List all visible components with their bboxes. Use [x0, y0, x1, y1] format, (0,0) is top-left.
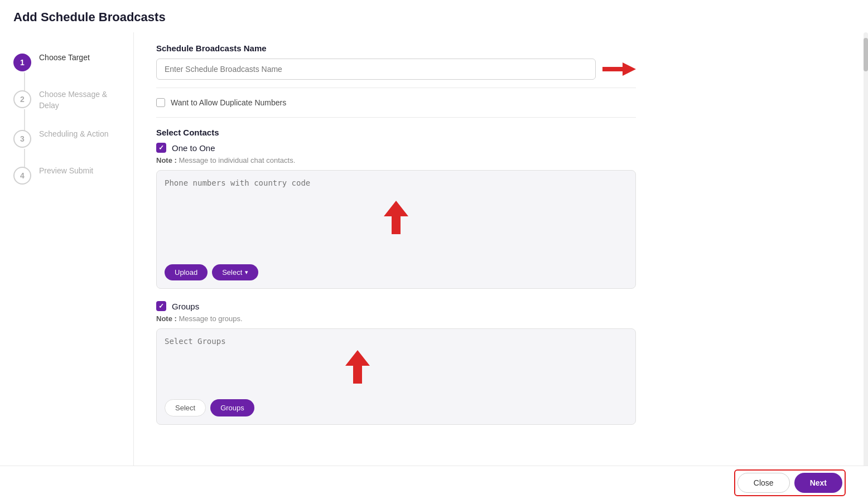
groups-actions: Select Groups: [165, 399, 628, 416]
divider-1: [156, 88, 636, 88]
next-button[interactable]: Next: [794, 473, 842, 493]
step-3[interactable]: 3 Scheduling & Action: [0, 120, 133, 157]
step-1-circle: 1: [13, 54, 31, 71]
select-button[interactable]: Select ▾: [212, 264, 258, 280]
groups-note: Note : Message to groups.: [156, 314, 846, 323]
groups-option: Groups: [156, 301, 846, 311]
duplicate-checkbox[interactable]: [156, 98, 165, 107]
step-2[interactable]: 2 Choose Message & Delay: [0, 80, 133, 120]
phone-textarea-wrapper: Upload Select ▾: [156, 170, 636, 289]
upload-button[interactable]: Upload: [165, 264, 208, 280]
schedule-name-input[interactable]: [156, 59, 596, 80]
groups-textarea[interactable]: [165, 337, 628, 393]
step-3-label: Scheduling & Action: [39, 129, 109, 140]
groups-purple-button[interactable]: Groups: [210, 399, 254, 416]
step-2-label: Choose Message & Delay: [39, 89, 120, 111]
one-to-one-section: One to One Note : Message to individual …: [156, 143, 846, 289]
step-3-circle: 3: [13, 130, 31, 148]
select-chevron-icon: ▾: [245, 269, 248, 276]
one-to-one-option: One to One: [156, 143, 846, 153]
step-2-circle: 2: [13, 90, 31, 108]
scrollbar-track[interactable]: [864, 32, 868, 498]
close-button[interactable]: Close: [737, 473, 790, 493]
select-contacts-label: Select Contacts: [156, 128, 846, 137]
step-4-circle: 4: [13, 167, 31, 185]
step-4-label: Preview Submit: [39, 166, 93, 177]
one-to-one-note: Note : Message to individual chat contac…: [156, 156, 846, 164]
step-4[interactable]: 4 Preview Submit: [0, 157, 133, 193]
step-1-label: Choose Target: [39, 52, 90, 64]
duplicate-label: Want to Allow Duplicate Numbers: [171, 98, 286, 107]
main-content: Schedule Broadcasts Name Want to Allow D…: [134, 32, 868, 498]
groups-label: Groups: [172, 302, 199, 311]
page-title: Add Schedule Broadcasts: [0, 0, 868, 32]
step-1[interactable]: 1 Choose Target: [0, 43, 133, 80]
phone-actions: Upload Select ▾: [165, 264, 628, 280]
phone-textarea[interactable]: [165, 178, 628, 256]
divider-2: [156, 117, 636, 118]
schedule-name-label: Schedule Broadcasts Name: [156, 43, 846, 53]
groups-checkbox[interactable]: [156, 301, 166, 311]
one-to-one-checkbox[interactable]: [156, 143, 166, 153]
footer-bar: Close Next: [0, 466, 868, 499]
scrollbar-thumb[interactable]: [864, 38, 868, 71]
groups-section: Groups Note : Message to groups. Select …: [156, 301, 846, 425]
duplicate-row: Want to Allow Duplicate Numbers: [156, 98, 846, 107]
footer-action-box: Close Next: [734, 469, 846, 496]
sidebar: 1 Choose Target 2 Choose Message & Delay…: [0, 32, 134, 498]
arrow-right-indicator: [602, 61, 636, 77]
groups-textarea-wrapper: Select Groups: [156, 328, 636, 425]
select-groups-button[interactable]: Select: [165, 399, 206, 416]
one-to-one-label: One to One: [172, 143, 215, 153]
svg-marker-0: [602, 62, 636, 76]
